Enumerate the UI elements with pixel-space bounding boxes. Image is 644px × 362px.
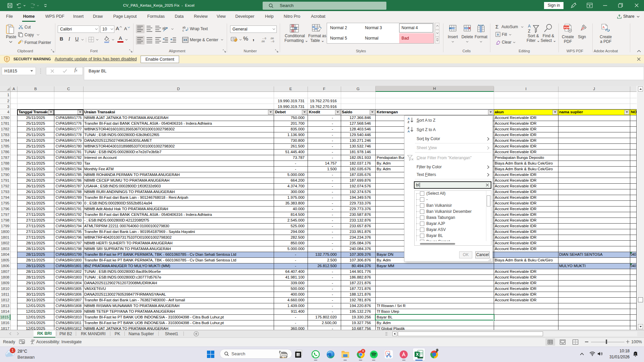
svg-text:←0: ←0: [262, 37, 266, 40]
svg-text:.00: .00: [270, 37, 274, 40]
svg-text:.00: .00: [261, 40, 265, 43]
svg-text:→0: →0: [270, 40, 274, 43]
svg-text:A: A: [408, 130, 410, 133]
svg-text:z: z: [635, 353, 636, 355]
svg-text:Z: Z: [408, 126, 410, 130]
svg-text:c: c: [182, 29, 184, 32]
svg-text:A: A: [602, 25, 605, 29]
svg-text:ab: ab: [162, 26, 166, 30]
svg-text:Z: Z: [528, 29, 530, 34]
svg-text:A: A: [528, 24, 531, 28]
svg-text:A: A: [408, 117, 410, 120]
svg-text:Z: Z: [408, 120, 410, 124]
svg-text:PDF: PDF: [564, 26, 570, 29]
svg-text:z: z: [637, 351, 638, 353]
